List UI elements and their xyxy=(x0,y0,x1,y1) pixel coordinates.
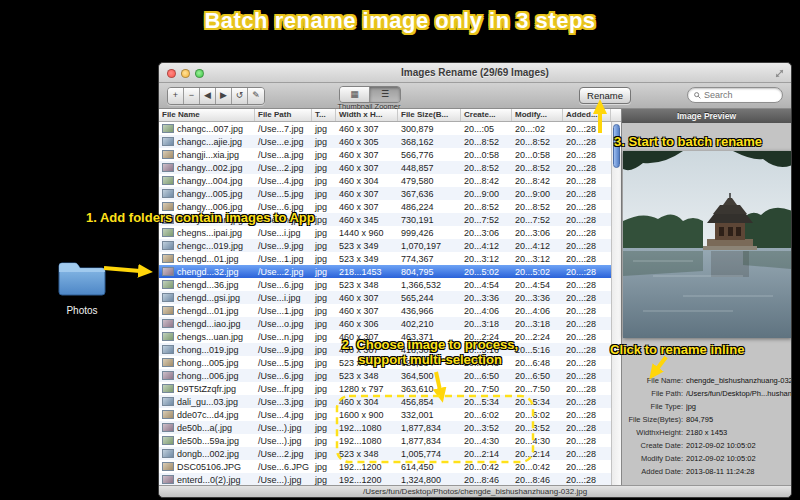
cell-path: /Use...5.jpg xyxy=(255,358,312,368)
table-row[interactable]: changy...004.jpg/Use...4.jpgjpg460 x 304… xyxy=(159,174,611,187)
preview-panel-title: Image Preview xyxy=(622,109,791,123)
cell-type: jpg xyxy=(312,293,336,303)
preview-field: File Path:/Users/fun/Desktop/Ph...hushan… xyxy=(622,387,791,400)
cell-type: jpg xyxy=(312,254,336,264)
preview-field: File Size(Bytes):804,795 xyxy=(622,413,791,426)
window-titlebar[interactable]: Images Rename (29/69 Images) xyxy=(159,63,791,83)
table-row[interactable]: dali_gu...03.jpg/Use...3.jpgjpg460 x 304… xyxy=(159,395,611,408)
cell-dims: 523 x 348 xyxy=(336,449,398,459)
table-row[interactable]: changc...ajie.jpg/Use...e.jpgjpg460 x 30… xyxy=(159,135,611,148)
cell-modify: 20...4:30 xyxy=(512,436,563,446)
cell-name: chong...006.jpg xyxy=(159,371,255,381)
refresh-button[interactable]: ↺ xyxy=(232,88,248,104)
forward-icon: ▶ xyxy=(220,90,227,100)
vertical-scrollbar[interactable] xyxy=(611,122,621,485)
close-button[interactable] xyxy=(167,69,176,78)
cell-name: chong...019.jpg xyxy=(159,345,255,355)
annotation-title: Batch rename image only in 3 steps xyxy=(0,8,800,34)
table-row[interactable]: enterd...0(2).jpg/Use...).jpgjpg192...12… xyxy=(159,473,611,485)
photos-folder[interactable]: Photos xyxy=(54,258,110,316)
forward-button[interactable]: ▶ xyxy=(216,88,232,104)
cell-name: chengd...36.jpg xyxy=(159,280,255,290)
cell-size: 436,966 xyxy=(398,306,461,316)
edit-button[interactable]: ✎ xyxy=(248,88,264,104)
cell-create: 20...8:42 xyxy=(461,176,512,186)
annotation-step2: 2. Choose image to process, support mult… xyxy=(330,337,530,367)
table-row[interactable]: chengd...gsi.jpg/Use...i.jpgjpg460 x 307… xyxy=(159,291,611,304)
cell-dims: 460 x 307 xyxy=(336,306,398,316)
table-row[interactable]: de50b...59a.jpg/Use...).jpgjpg192...1080… xyxy=(159,434,611,447)
cell-path: /Use...).jpg xyxy=(255,475,312,485)
status-bar: /Users/fun/Desktop/Photos/chengde_bishus… xyxy=(159,485,791,497)
table-row[interactable]: changji...xia.jpg/Use...a.jpgjpg460 x 30… xyxy=(159,148,611,161)
row-thumbnail xyxy=(162,124,174,133)
preview-fields: File Name:chengde_bishushanzhuang-032.jp… xyxy=(622,374,791,478)
column-header[interactable]: T... xyxy=(312,109,336,121)
cell-name: chengd...32.jpg xyxy=(159,267,255,277)
search-field[interactable] xyxy=(687,87,783,103)
cell-path: /Use...6.jpg xyxy=(255,280,312,290)
table-body: changc...007.jpg/Use...7.jpgjpg460 x 307… xyxy=(159,122,611,485)
cell-modify: 20...5:02 xyxy=(512,267,563,277)
cell-type: jpg xyxy=(312,371,336,381)
table-row[interactable]: changy...002.jpg/Use...2.jpgjpg460 x 307… xyxy=(159,161,611,174)
column-header[interactable]: Added... xyxy=(563,109,611,121)
column-header[interactable]: Width x H... xyxy=(336,109,398,121)
table-row[interactable]: chong...006.jpg/Use...6.jpgjpg523 x 3483… xyxy=(159,369,611,382)
table-row[interactable]: chengd...32.jpg/Use...2.jpgjpg218...1453… xyxy=(159,265,611,278)
cell-create: 20...7:52 xyxy=(461,215,512,225)
table-row[interactable]: de50b...a(.jpg/Use...).jpgjpg192...10801… xyxy=(159,421,611,434)
table-row[interactable]: chegns...ipai.jpg/Use...i.jpgjpg1440 x 9… xyxy=(159,226,611,239)
annotation-step3: 3. Start to batch rename xyxy=(614,134,762,149)
cell-modify: 20...3:36 xyxy=(512,293,563,303)
column-header[interactable]: Create... xyxy=(461,109,512,121)
cell-name: DSC05106.JPG xyxy=(159,462,255,472)
field-label: Modify Date: xyxy=(622,454,686,463)
cell-create: 20...3:06 xyxy=(461,228,512,238)
cell-added: 20...:28 xyxy=(563,462,611,472)
table-row[interactable]: changy...005.jpg/Use...5.jpgjpg460 x 307… xyxy=(159,187,611,200)
column-header[interactable]: File Size(B... xyxy=(398,109,461,121)
table-row[interactable]: chengd...36.jpg/Use...6.jpgjpg523 x 3481… xyxy=(159,278,611,291)
cell-size: 1,877,834 xyxy=(398,436,461,446)
field-value[interactable]: chengde_bishushanzhuang-032.jpg xyxy=(686,376,791,385)
back-button[interactable]: ◀ xyxy=(200,88,216,104)
preview-field: Modify Date:2012-09-02 10:05:02 xyxy=(622,452,791,465)
cell-path: /Use...9.jpg xyxy=(255,241,312,251)
minimize-button[interactable] xyxy=(181,69,190,78)
cell-path: /Use...4.jpg xyxy=(255,176,312,186)
table-row[interactable]: DSC05106.JPG/Use...6.JPGjpg192...1200614… xyxy=(159,460,611,473)
table-row[interactable]: chengd...01.jpg/Use...1.jpgjpg523 x 3497… xyxy=(159,252,611,265)
rename-button[interactable]: Rename xyxy=(579,87,631,104)
table-row[interactable]: chengd...01.jpg/Use...1.jpgjpg460 x 3074… xyxy=(159,304,611,317)
grid-view-button[interactable]: ▦ xyxy=(340,87,370,102)
search-input[interactable] xyxy=(704,90,776,100)
table-row[interactable]: chengd...iao.jpg/Use...o.jpgjpg460 x 306… xyxy=(159,317,611,330)
add-folder-button[interactable]: + xyxy=(168,88,184,104)
row-thumbnail xyxy=(162,241,174,250)
table-row[interactable]: D9T5tZzqfr.jpg/Use...fr.jpgjpg1280 x 797… xyxy=(159,382,611,395)
cell-path: /Use...).jpg xyxy=(255,436,312,446)
view-mode-segmented-control: ▦ ☰ xyxy=(339,86,401,103)
fullscreen-icon[interactable] xyxy=(774,68,785,79)
table-row[interactable]: chengc...019.jpg/Use...9.jpgjpg523 x 349… xyxy=(159,239,611,252)
cell-dims: 460 x 307 xyxy=(336,124,398,134)
cell-type: jpg xyxy=(312,267,336,277)
cell-size: 332,001 xyxy=(398,410,461,420)
table-row[interactable]: dongb...002.jpg/Use...2.jpgjpg523 x 3481… xyxy=(159,447,611,460)
row-thumbnail xyxy=(162,371,174,380)
cell-type: jpg xyxy=(312,410,336,420)
zoom-button[interactable] xyxy=(195,69,204,78)
cell-modify: 20...4:06 xyxy=(512,306,563,316)
list-view-button[interactable]: ☰ xyxy=(370,87,400,102)
table-row[interactable]: changc...007.jpg/Use...7.jpgjpg460 x 307… xyxy=(159,122,611,135)
traffic-lights xyxy=(167,69,204,78)
preview-field: File Name:chengde_bishushanzhuang-032.jp… xyxy=(622,374,791,387)
table-row[interactable]: dde07c...d4.jpg/Use...4.jpgjpg1600 x 900… xyxy=(159,408,611,421)
cell-create: 20...8:46 xyxy=(461,475,512,485)
column-header[interactable]: File Path xyxy=(255,109,312,121)
remove-button[interactable]: − xyxy=(184,88,200,104)
column-header[interactable]: Modify... xyxy=(512,109,563,121)
cell-added: 20...:28 xyxy=(563,423,611,433)
column-header[interactable]: File Name xyxy=(159,109,255,121)
